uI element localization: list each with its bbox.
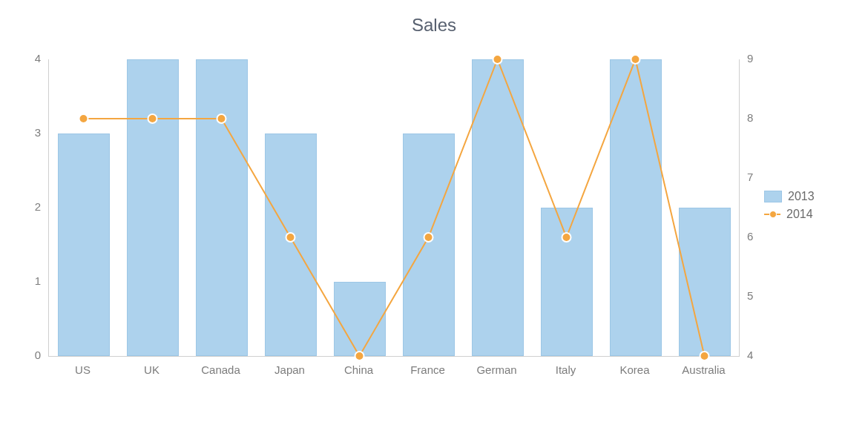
right-tick-label: 8 <box>747 111 753 124</box>
marker-german[interactable] <box>493 55 502 64</box>
x-tick-label: Japan <box>274 363 305 376</box>
marker-italy[interactable] <box>562 233 571 242</box>
marker-us[interactable] <box>79 114 88 123</box>
x-tick-label: Canada <box>201 363 240 376</box>
left-tick-label: 2 <box>35 200 41 213</box>
right-tick-label: 4 <box>747 349 753 361</box>
legend: 2013 2014 <box>764 185 815 225</box>
right-tick-label: 5 <box>747 289 753 302</box>
left-tick-label: 3 <box>35 126 41 139</box>
x-tick-label: France <box>410 363 445 376</box>
left-tick-label: 0 <box>35 349 41 361</box>
bar-swatch-icon <box>764 191 782 202</box>
x-tick-label: Australia <box>682 363 725 376</box>
marker-france[interactable] <box>424 233 433 242</box>
marker-japan[interactable] <box>286 233 295 242</box>
marker-canada[interactable] <box>217 114 226 123</box>
x-tick-label: German <box>476 363 516 376</box>
marker-korea[interactable] <box>631 55 640 64</box>
left-tick-label: 4 <box>35 52 41 65</box>
right-tick-label: 6 <box>747 230 753 243</box>
legend-label: 2013 <box>788 190 815 203</box>
marker-australia[interactable] <box>700 352 709 360</box>
chart-title: Sales <box>0 15 868 36</box>
line-series-2014 <box>84 59 705 356</box>
marker-uk[interactable] <box>148 114 157 123</box>
marker-china[interactable] <box>355 352 364 360</box>
x-tick-label: US <box>75 363 91 376</box>
right-tick-label: 7 <box>747 171 753 183</box>
line-series-layer <box>49 59 739 356</box>
right-tick-label: 9 <box>747 52 753 65</box>
x-tick-label: China <box>344 363 373 376</box>
sales-chart: Sales 01234 456789 USUKCanadaJapanChinaF… <box>0 0 868 445</box>
x-tick-label: UK <box>144 363 160 376</box>
legend-item-2013[interactable]: 2013 <box>764 190 815 203</box>
plot-area <box>48 59 740 357</box>
legend-item-2014[interactable]: 2014 <box>764 208 815 221</box>
legend-label: 2014 <box>786 208 813 221</box>
x-tick-label: Korea <box>619 363 649 376</box>
x-tick-label: Italy <box>556 363 576 376</box>
left-tick-label: 1 <box>35 274 41 287</box>
